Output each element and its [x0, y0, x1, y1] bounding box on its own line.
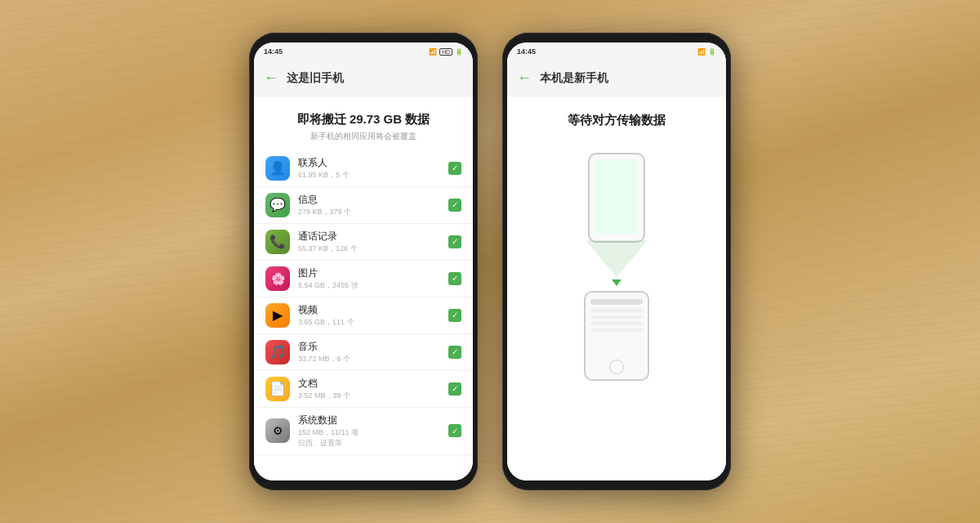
- item-check-videos[interactable]: ✓: [448, 309, 461, 322]
- signal-icon: 📶: [429, 48, 437, 56]
- item-check-calls[interactable]: ✓: [448, 235, 461, 248]
- item-size-photos: 5.54 GB，2455 张: [298, 280, 448, 291]
- list-item[interactable]: 🌸 图片 5.54 GB，2455 张 ✓: [254, 261, 473, 297]
- data-list: 👤 联系人 61.95 KB，5 个 ✓ 💬 信息 279 KB，379 个: [254, 150, 473, 455]
- item-size-docs: 3.52 MB，38 个: [298, 391, 448, 401]
- videos-icon: ▶: [265, 303, 290, 328]
- hd-badge: HD: [439, 48, 452, 56]
- transfer-beam: [586, 240, 648, 277]
- item-info-contacts: 联系人 61.95 KB，5 个: [298, 156, 448, 181]
- item-check-messages[interactable]: ✓: [448, 199, 461, 212]
- migrate-title: 即将搬迁 29.73 GB 数据: [254, 106, 473, 131]
- page-header-old: ← 这是旧手机: [254, 60, 473, 96]
- item-name-photos: 图片: [298, 266, 448, 280]
- item-size-calls: 55.37 KB，126 个: [298, 244, 448, 254]
- item-name-docs: 文档: [298, 377, 448, 391]
- item-name-calls: 通话记录: [298, 230, 448, 244]
- list-item[interactable]: 📄 文档 3.52 MB，38 个 ✓: [254, 371, 473, 408]
- list-item[interactable]: 📞 通话记录 55.37 KB，126 个 ✓: [254, 224, 473, 261]
- item-name-contacts: 联系人: [298, 156, 448, 170]
- sender-phone-outline: [588, 153, 645, 243]
- item-size-videos: 3.65 GB，111 个: [298, 317, 448, 328]
- status-bar-old: 14:45 📶 HD 🔋: [254, 42, 473, 60]
- wait-title: 等待对方传输数据: [568, 113, 666, 128]
- battery-icon-new: 🔋: [708, 48, 716, 56]
- phone-old-screen: 14:45 📶 HD 🔋 ← 这是旧手机 即将搬迁 29.73 GB 数据 新手…: [254, 42, 473, 481]
- list-item[interactable]: 💬 信息 279 KB，379 个 ✓: [254, 187, 473, 224]
- back-button-old[interactable]: ←: [264, 69, 278, 87]
- item-size-contacts: 61.95 KB，5 个: [298, 170, 448, 181]
- system-icon: ⚙: [265, 418, 290, 443]
- item-info-system: 系统数据 152 MB，11/11 项 日历、设置等: [298, 413, 448, 449]
- page-title-old: 这是旧手机: [287, 71, 344, 86]
- photos-icon: 🌸: [265, 266, 290, 291]
- item-info-videos: 视频 3.65 GB，111 个: [298, 303, 448, 328]
- back-button-new[interactable]: ←: [517, 69, 532, 87]
- page-header-new: ← 本机是新手机: [507, 60, 726, 96]
- phone1-content: 即将搬迁 29.73 GB 数据 新手机的相同应用将会被覆盖 👤 联系人 61.…: [254, 96, 473, 481]
- messages-icon: 💬: [265, 193, 290, 217]
- item-check-music[interactable]: ✓: [448, 346, 461, 359]
- item-size-messages: 279 KB，379 个: [298, 207, 448, 217]
- phone-line3: [592, 315, 641, 319]
- list-item[interactable]: ▶ 视频 3.65 GB，111 个 ✓: [254, 297, 473, 334]
- phone-line1: [592, 301, 641, 305]
- battery-icon: 🔋: [455, 48, 463, 56]
- signal-icon-new: 📶: [697, 48, 706, 56]
- transfer-illustration: [559, 153, 674, 365]
- item-size-system: 152 MB，11/11 项: [298, 427, 448, 438]
- item-name-messages: 信息: [298, 193, 448, 207]
- item-size-music: 33.72 MB，6 个: [298, 354, 448, 364]
- phone-line2: [592, 309, 641, 312]
- phone-home-button: [609, 360, 624, 374]
- phone-line4: [592, 322, 641, 325]
- calls-icon: 📞: [265, 230, 290, 254]
- item-info-docs: 文档 3.52 MB，38 个: [298, 377, 448, 401]
- item-name-music: 音乐: [298, 340, 448, 354]
- phones-container: 14:45 📶 HD 🔋 ← 这是旧手机 即将搬迁 29.73 GB 数据 新手…: [0, 0, 980, 523]
- item-info-messages: 信息 279 KB，379 个: [298, 193, 448, 217]
- phone2-content: 等待对方传输数据: [507, 96, 726, 481]
- music-icon: 🎵: [265, 340, 290, 364]
- contacts-icon: 👤: [265, 156, 290, 181]
- status-bar-new: 14:45 📶 🔋: [507, 42, 726, 60]
- phone-new-screen: 14:45 📶 🔋 ← 本机是新手机 等待对方传输数据: [507, 42, 726, 481]
- phone-old: 14:45 📶 HD 🔋 ← 这是旧手机 即将搬迁 29.73 GB 数据 新手…: [249, 33, 478, 490]
- page-title-new: 本机是新手机: [540, 71, 608, 86]
- phone-new: 14:45 📶 🔋 ← 本机是新手机 等待对方传输数据: [502, 33, 731, 490]
- item-check-docs[interactable]: ✓: [448, 382, 461, 396]
- item-info-photos: 图片 5.54 GB，2455 张: [298, 266, 448, 291]
- status-time-old: 14:45: [264, 47, 283, 56]
- migrate-subtitle: 新手机的相同应用将会被覆盖: [254, 131, 473, 150]
- status-icons-old: 📶 HD 🔋: [429, 48, 463, 56]
- item-info-music: 音乐 33.72 MB，6 个: [298, 340, 448, 364]
- receiver-phone-outline: [584, 291, 649, 381]
- status-time-new: 14:45: [517, 47, 536, 56]
- item-name-videos: 视频: [298, 303, 448, 317]
- docs-icon: 📄: [265, 377, 290, 401]
- item-name-system: 系统数据: [298, 413, 448, 427]
- item-check-system[interactable]: ✓: [448, 424, 461, 437]
- transfer-arrow: [612, 279, 621, 286]
- list-item[interactable]: 👤 联系人 61.95 KB，5 个 ✓: [254, 150, 473, 187]
- list-item[interactable]: 🎵 音乐 33.72 MB，6 个 ✓: [254, 334, 473, 371]
- list-item[interactable]: ⚙ 系统数据 152 MB，11/11 项 日历、设置等 ✓: [254, 408, 473, 455]
- item-info-calls: 通话记录 55.37 KB，126 个: [298, 230, 448, 254]
- item-subtitle-system: 日历、设置等: [298, 438, 448, 449]
- item-check-contacts[interactable]: ✓: [448, 162, 461, 175]
- item-check-photos[interactable]: ✓: [448, 272, 461, 285]
- status-icons-new: 📶 🔋: [697, 48, 716, 56]
